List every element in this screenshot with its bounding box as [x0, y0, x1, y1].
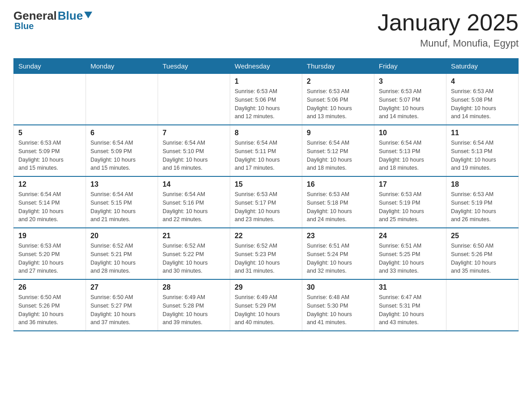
day-number: 25	[451, 232, 514, 240]
day-info: Sunrise: 6:49 AM Sunset: 5:28 PM Dayligh…	[163, 293, 225, 327]
day-number: 11	[451, 129, 514, 137]
day-info: Sunrise: 6:53 AM Sunset: 5:19 PM Dayligh…	[379, 190, 442, 224]
calendar-week-row: 12Sunrise: 6:54 AM Sunset: 5:14 PM Dayli…	[14, 176, 519, 228]
day-info: Sunrise: 6:50 AM Sunset: 5:26 PM Dayligh…	[18, 293, 81, 327]
calendar-subtitle: Munuf, Monufia, Egypt	[378, 38, 519, 49]
day-info: Sunrise: 6:53 AM Sunset: 5:19 PM Dayligh…	[451, 190, 514, 224]
day-number: 31	[379, 283, 442, 291]
day-number: 5	[18, 129, 81, 137]
day-info: Sunrise: 6:53 AM Sunset: 5:08 PM Dayligh…	[451, 87, 514, 121]
calendar-cell	[86, 74, 158, 125]
header-day-saturday: Saturday	[446, 59, 519, 74]
calendar-title: January 2025	[378, 9, 519, 36]
day-info: Sunrise: 6:53 AM Sunset: 5:17 PM Dayligh…	[235, 190, 297, 224]
calendar-cell: 7Sunrise: 6:54 AM Sunset: 5:10 PM Daylig…	[158, 125, 230, 176]
day-info: Sunrise: 6:49 AM Sunset: 5:29 PM Dayligh…	[235, 293, 297, 327]
calendar-cell: 10Sunrise: 6:54 AM Sunset: 5:13 PM Dayli…	[374, 125, 446, 176]
day-number: 23	[307, 232, 369, 240]
calendar-cell: 15Sunrise: 6:53 AM Sunset: 5:17 PM Dayli…	[230, 176, 302, 228]
day-number: 19	[18, 232, 81, 240]
day-number: 29	[235, 283, 297, 291]
calendar-cell: 17Sunrise: 6:53 AM Sunset: 5:19 PM Dayli…	[374, 176, 446, 228]
calendar-week-row: 26Sunrise: 6:50 AM Sunset: 5:26 PM Dayli…	[14, 279, 519, 331]
day-info: Sunrise: 6:54 AM Sunset: 5:16 PM Dayligh…	[163, 190, 225, 224]
calendar-cell: 19Sunrise: 6:53 AM Sunset: 5:20 PM Dayli…	[14, 228, 86, 279]
day-number: 22	[235, 232, 297, 240]
calendar-cell: 31Sunrise: 6:47 AM Sunset: 5:31 PM Dayli…	[374, 279, 446, 331]
day-info: Sunrise: 6:54 AM Sunset: 5:13 PM Dayligh…	[451, 139, 514, 172]
day-info: Sunrise: 6:47 AM Sunset: 5:31 PM Dayligh…	[379, 293, 442, 327]
calendar-cell: 22Sunrise: 6:52 AM Sunset: 5:23 PM Dayli…	[230, 228, 302, 279]
day-info: Sunrise: 6:54 AM Sunset: 5:09 PM Dayligh…	[90, 139, 153, 172]
calendar-cell: 12Sunrise: 6:54 AM Sunset: 5:14 PM Dayli…	[14, 176, 86, 228]
calendar-cell: 29Sunrise: 6:49 AM Sunset: 5:29 PM Dayli…	[230, 279, 302, 331]
calendar-cell: 9Sunrise: 6:54 AM Sunset: 5:12 PM Daylig…	[302, 125, 374, 176]
day-info: Sunrise: 6:48 AM Sunset: 5:30 PM Dayligh…	[307, 293, 369, 327]
day-info: Sunrise: 6:50 AM Sunset: 5:26 PM Dayligh…	[451, 242, 514, 275]
calendar-cell: 1Sunrise: 6:53 AM Sunset: 5:06 PM Daylig…	[230, 74, 302, 125]
day-info: Sunrise: 6:50 AM Sunset: 5:27 PM Dayligh…	[90, 293, 153, 327]
day-info: Sunrise: 6:51 AM Sunset: 5:24 PM Dayligh…	[307, 242, 369, 275]
calendar-table: SundayMondayTuesdayWednesdayThursdayFrid…	[13, 58, 519, 331]
day-info: Sunrise: 6:53 AM Sunset: 5:18 PM Dayligh…	[307, 190, 369, 224]
day-number: 27	[90, 283, 153, 291]
calendar-cell: 8Sunrise: 6:54 AM Sunset: 5:11 PM Daylig…	[230, 125, 302, 176]
header-day-tuesday: Tuesday	[158, 59, 230, 74]
day-number: 4	[451, 77, 514, 86]
day-info: Sunrise: 6:53 AM Sunset: 5:06 PM Dayligh…	[307, 87, 369, 121]
day-info: Sunrise: 6:53 AM Sunset: 5:09 PM Dayligh…	[18, 139, 81, 172]
calendar-week-row: 19Sunrise: 6:53 AM Sunset: 5:20 PM Dayli…	[14, 228, 519, 279]
calendar-cell: 4Sunrise: 6:53 AM Sunset: 5:08 PM Daylig…	[446, 74, 519, 125]
day-info: Sunrise: 6:54 AM Sunset: 5:12 PM Dayligh…	[307, 139, 369, 172]
calendar-cell: 21Sunrise: 6:52 AM Sunset: 5:22 PM Dayli…	[158, 228, 230, 279]
header-day-monday: Monday	[86, 59, 158, 74]
calendar-cell	[14, 74, 86, 125]
calendar-cell: 11Sunrise: 6:54 AM Sunset: 5:13 PM Dayli…	[446, 125, 519, 176]
calendar-cell: 3Sunrise: 6:53 AM Sunset: 5:07 PM Daylig…	[374, 74, 446, 125]
logo-blue-label: Blue	[14, 21, 92, 31]
header-day-wednesday: Wednesday	[230, 59, 302, 74]
day-number: 7	[163, 129, 225, 137]
calendar-cell: 20Sunrise: 6:52 AM Sunset: 5:21 PM Dayli…	[86, 228, 158, 279]
day-info: Sunrise: 6:51 AM Sunset: 5:25 PM Dayligh…	[379, 242, 442, 275]
logo-triangle-icon	[84, 12, 92, 18]
day-number: 15	[235, 180, 297, 188]
day-number: 30	[307, 283, 369, 291]
calendar-header-row: SundayMondayTuesdayWednesdayThursdayFrid…	[14, 59, 519, 74]
day-number: 9	[307, 129, 369, 137]
day-number: 16	[307, 180, 369, 188]
calendar-cell: 5Sunrise: 6:53 AM Sunset: 5:09 PM Daylig…	[14, 125, 86, 176]
day-number: 28	[163, 283, 225, 291]
calendar-cell: 18Sunrise: 6:53 AM Sunset: 5:19 PM Dayli…	[446, 176, 519, 228]
title-section: January 2025 Munuf, Monufia, Egypt	[378, 9, 519, 49]
calendar-cell: 14Sunrise: 6:54 AM Sunset: 5:16 PM Dayli…	[158, 176, 230, 228]
day-number: 26	[18, 283, 81, 291]
day-info: Sunrise: 6:52 AM Sunset: 5:23 PM Dayligh…	[235, 242, 297, 275]
calendar-cell	[158, 74, 230, 125]
calendar-week-row: 5Sunrise: 6:53 AM Sunset: 5:09 PM Daylig…	[14, 125, 519, 176]
calendar-cell: 13Sunrise: 6:54 AM Sunset: 5:15 PM Dayli…	[86, 176, 158, 228]
day-info: Sunrise: 6:54 AM Sunset: 5:15 PM Dayligh…	[90, 190, 153, 224]
day-number: 12	[18, 180, 81, 188]
calendar-cell: 2Sunrise: 6:53 AM Sunset: 5:06 PM Daylig…	[302, 74, 374, 125]
day-number: 18	[451, 180, 514, 188]
header-day-friday: Friday	[374, 59, 446, 74]
day-info: Sunrise: 6:54 AM Sunset: 5:14 PM Dayligh…	[18, 190, 81, 224]
day-info: Sunrise: 6:54 AM Sunset: 5:13 PM Dayligh…	[379, 139, 442, 172]
day-info: Sunrise: 6:53 AM Sunset: 5:20 PM Dayligh…	[18, 242, 81, 275]
calendar-cell: 16Sunrise: 6:53 AM Sunset: 5:18 PM Dayli…	[302, 176, 374, 228]
day-number: 6	[90, 129, 153, 137]
day-number: 14	[163, 180, 225, 188]
header-day-sunday: Sunday	[14, 59, 86, 74]
day-info: Sunrise: 6:52 AM Sunset: 5:22 PM Dayligh…	[163, 242, 225, 275]
calendar-cell: 6Sunrise: 6:54 AM Sunset: 5:09 PM Daylig…	[86, 125, 158, 176]
day-info: Sunrise: 6:54 AM Sunset: 5:11 PM Dayligh…	[235, 139, 297, 172]
calendar-cell: 23Sunrise: 6:51 AM Sunset: 5:24 PM Dayli…	[302, 228, 374, 279]
calendar-week-row: 1Sunrise: 6:53 AM Sunset: 5:06 PM Daylig…	[14, 74, 519, 125]
page-header: General Blue Blue January 2025 Munuf, Mo…	[13, 9, 519, 49]
calendar-cell: 28Sunrise: 6:49 AM Sunset: 5:28 PM Dayli…	[158, 279, 230, 331]
day-number: 13	[90, 180, 153, 188]
day-info: Sunrise: 6:52 AM Sunset: 5:21 PM Dayligh…	[90, 242, 153, 275]
day-info: Sunrise: 6:53 AM Sunset: 5:06 PM Dayligh…	[235, 87, 297, 121]
calendar-cell	[446, 279, 519, 331]
